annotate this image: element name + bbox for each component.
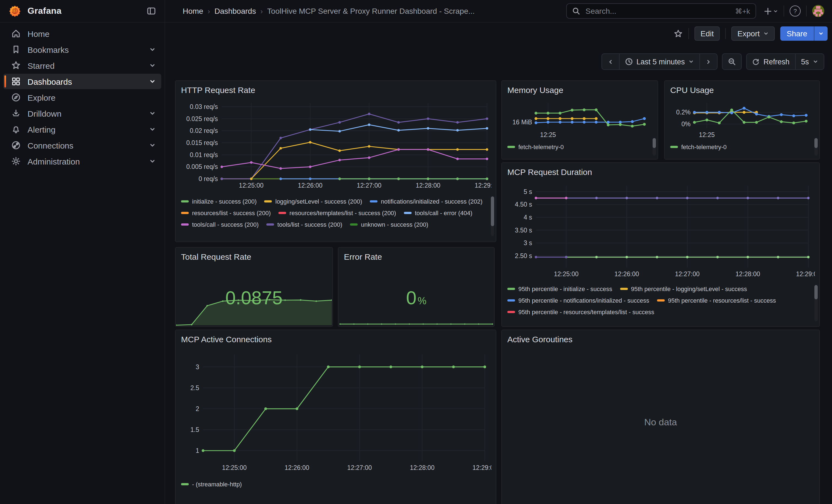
sidebar-item-connections[interactable]: Connections [3,137,161,153]
time-shift-forward-button[interactable] [700,53,718,70]
dashboard-canvas: Last 5 minutes Refresh 5 [165,45,832,504]
breadcrumb-dashboards[interactable]: Dashboards [214,7,256,16]
svg-text:0.015 req/s: 0.015 req/s [186,139,218,147]
legend-item[interactable]: tools/call - error (404) [404,209,472,217]
mcp-request-duration-chart[interactable]: 12:25:0012:26:0012:27:0012:28:0012:29:00… [508,179,815,282]
legend-item[interactable]: 95th percentile - initialize - success [508,285,612,293]
divider [806,5,807,17]
export-button[interactable]: Export [731,26,775,41]
cpu-usage-chart[interactable]: 12:250.2%0% [670,97,815,138]
chevron-down-icon [149,46,156,53]
legend-swatch [620,288,628,290]
legend-item[interactable]: logging/setLevel - success (200) [264,197,362,205]
legend-item[interactable]: - (streamable-http) [181,480,242,488]
legend-item[interactable]: tools/list - success (200) [266,220,342,228]
chevron-left-icon [607,59,613,65]
panel-title[interactable]: Error Rate [344,252,489,261]
refresh-group: Refresh 5s [747,53,824,70]
panel-title[interactable]: Memory Usage [508,85,652,95]
legend-swatch [370,200,378,202]
svg-text:12:25:00: 12:25:00 [222,464,247,471]
edit-button[interactable]: Edit [695,26,720,41]
legend-label: resources/list - success (200) [192,209,271,216]
sidebar-item-alerting[interactable]: Alerting [3,122,161,137]
legend-item[interactable]: resources/templates/list - success (200) [279,209,396,217]
legend-item[interactable]: fetch-telemetry-0 [508,142,564,151]
sidebar-item-bookmarks[interactable]: Bookmarks [3,42,161,57]
sidebar-item-starred[interactable]: Starred [3,58,161,73]
panel-cpu-usage: CPU Usage 12:250.2%0% fetch-telemetry-0 [664,80,820,160]
panel-title[interactable]: Active Goroutines [508,335,814,344]
time-range-picker[interactable]: Last 5 minutes [619,53,700,70]
breadcrumb-home[interactable]: Home [183,7,203,16]
help-button[interactable]: ? [790,5,801,17]
legend: initialize - success (200)logging/setLev… [181,197,483,236]
panel-title[interactable]: Total Request Rate [181,252,327,261]
sidebar-item-administration[interactable]: Administration [3,154,161,169]
chevron-down-icon [763,31,769,36]
panel-title[interactable]: MCP Request Duration [508,167,814,177]
scrollbar-thumb[interactable] [814,285,818,299]
share-menu-button[interactable] [814,26,828,41]
svg-text:12:27:00: 12:27:00 [675,270,700,277]
legend-item[interactable]: fetch-telemetry-0 [670,142,727,151]
dock-sidebar-icon[interactable] [147,7,156,16]
refresh-interval-picker[interactable]: 5s [795,53,824,70]
refresh-button[interactable]: Refresh [747,53,796,70]
scrollbar-thumb[interactable] [491,196,494,226]
sidebar-item-label: Explore [27,93,156,102]
legend-item[interactable]: notifications/initialized - success (202… [370,197,482,205]
sidebar-item-explore[interactable]: Explore [3,90,161,105]
time-shift-back-button[interactable] [601,53,619,70]
http-request-rate-chart[interactable]: 12:25:0012:26:0012:27:0012:28:0012:29:00… [181,97,491,194]
legend-swatch [181,483,189,485]
panel-title[interactable]: MCP Active Connections [181,335,490,344]
panel-title[interactable]: CPU Usage [670,85,814,95]
svg-text:12:27:00: 12:27:00 [357,182,382,189]
panel-title[interactable]: HTTP Request Rate [181,85,490,95]
legend-swatch [279,212,286,214]
legend-item[interactable]: 95th percentile - notifications/initiali… [508,296,649,304]
zoom-out-button[interactable] [722,53,742,70]
panel-mcp-request-duration: MCP Request Duration 12:25:0012:26:0012:… [501,162,820,327]
legend-item[interactable]: tools/call - success (200) [181,220,259,228]
zoom-out-icon [728,58,736,65]
screenshot-stage: Grafana Home Bookmarks Starred [0,0,832,504]
mcp-active-connections-chart[interactable]: 12:25:0012:26:0012:27:0012:28:0012:29:00… [181,347,491,475]
legend-scrollbar [814,285,818,321]
svg-text:12:25:00: 12:25:00 [239,182,264,189]
legend-item[interactable]: unknown - success (200) [350,220,428,228]
legend-item[interactable]: 95th percentile - resources/list - succe… [657,296,776,304]
chevron-down-icon [813,59,818,64]
legend-item[interactable]: 95th percentile - resources/templates/li… [508,308,654,316]
bell-icon [11,124,21,134]
share-button[interactable]: Share [780,26,814,41]
legend-item[interactable]: initialize - success (200) [181,197,257,205]
chevron-down-icon [149,142,156,149]
search-box[interactable]: ⌘+k [566,3,756,19]
svg-text:3 s: 3 s [524,239,532,246]
svg-text:12:26:00: 12:26:00 [285,464,310,471]
svg-text:16 MiB: 16 MiB [512,118,532,126]
svg-text:12:29:00: 12:29:00 [475,182,491,189]
chevron-down-icon [688,59,694,64]
scrollbar-thumb[interactable] [653,138,656,148]
user-avatar[interactable] [812,5,824,17]
svg-text:0.01 req/s: 0.01 req/s [190,151,218,158]
legend-label: resources/templates/list - success (200) [289,209,396,216]
memory-usage-chart[interactable]: 12:2516 MiB [508,97,653,138]
legend-item[interactable]: resources/list - success (200) [181,209,271,217]
sidebar-item-dashboards[interactable]: Dashboards [3,74,161,89]
panel-mcp-active-connections: MCP Active Connections 12:25:0012:26:001… [175,329,496,504]
sidebar-item-home[interactable]: Home [3,26,161,41]
favorite-star-button[interactable] [674,29,683,38]
scrollbar-thumb[interactable] [814,138,818,148]
add-button[interactable] [764,7,778,15]
legend-label: 95th percentile - resources/templates/li… [518,309,654,315]
dashboards-icon [11,77,21,86]
legend-item[interactable]: 95th percentile - logging/setLevel - suc… [620,285,747,293]
search-input[interactable] [584,6,731,16]
svg-text:5 s: 5 s [524,188,532,195]
sidebar-item-drilldown[interactable]: Drilldown [3,106,161,121]
stat-unit: % [418,295,426,307]
